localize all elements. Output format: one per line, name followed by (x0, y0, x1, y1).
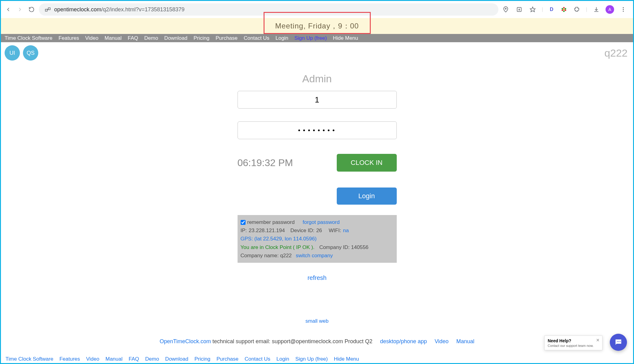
svg-point-18 (623, 11, 624, 12)
footer-desktop-app-link[interactable]: desktop/phone app (380, 338, 427, 344)
nav-time-clock-software[interactable]: Time Clock Software (5, 35, 52, 41)
profile-avatar[interactable]: A (606, 5, 614, 14)
ip-value: 23.228.121.194 (249, 226, 285, 235)
login-info-box: remember password forgot password IP: 23… (238, 215, 397, 263)
top-row: UI QS q222 (1, 42, 633, 61)
browser-chrome-bar: opentimeclock.com/q2/index.html?v=173581… (1, 1, 633, 18)
bottom-nav-time-clock-software[interactable]: Time Clock Software (6, 356, 53, 362)
svg-point-10 (565, 9, 566, 11)
back-button[interactable] (4, 5, 13, 14)
help-popup: ✕ Need Help? Contact our support team no… (544, 336, 602, 350)
footer-opentimeclock-link[interactable]: OpenTimeClock.com (160, 338, 211, 344)
company-id-label: Company ID: (319, 244, 350, 250)
bottom-nav-demo[interactable]: Demo (145, 356, 159, 362)
extension-d-icon[interactable]: D (548, 6, 555, 13)
current-time-text: 06:19:32 PM (238, 157, 293, 169)
svg-point-17 (623, 9, 624, 10)
footer-manual-link[interactable]: Manual (456, 338, 474, 344)
nav-contact-us[interactable]: Contact Us (244, 35, 269, 41)
svg-point-7 (563, 9, 565, 10)
site-info-icon[interactable] (44, 7, 51, 12)
nav-faq[interactable]: FAQ (128, 35, 138, 41)
svg-point-9 (565, 8, 566, 9)
switch-company-link[interactable]: switch company (296, 253, 333, 258)
nav-video[interactable]: Video (85, 35, 98, 41)
nav-sign-up[interactable]: Sign Up (free) (294, 35, 327, 41)
bottom-nav-login[interactable]: Login (276, 356, 289, 362)
reload-button[interactable] (27, 5, 36, 14)
svg-point-16 (623, 7, 624, 8)
ip-label: IP: (241, 226, 247, 235)
install-icon[interactable] (515, 5, 523, 14)
location-icon[interactable] (501, 5, 510, 14)
bottom-nav-contact-us[interactable]: Contact Us (245, 356, 270, 362)
svg-point-21 (620, 341, 621, 342)
nav-hide-menu[interactable]: Hide Menu (333, 35, 358, 41)
nav-download[interactable]: Download (164, 35, 188, 41)
remember-password-label: remember password (247, 218, 295, 226)
bottom-nav-features[interactable]: Features (59, 356, 80, 362)
kebab-menu-icon[interactable] (619, 5, 628, 14)
bottom-nav-video[interactable]: Video (86, 356, 99, 362)
svg-point-12 (561, 9, 563, 11)
address-bar[interactable]: opentimeclock.com/q2/index.html?v=173581… (39, 3, 498, 16)
nav-pricing[interactable]: Pricing (193, 35, 209, 41)
footer-support-line: OpenTimeClock.com technical support emai… (1, 338, 633, 345)
extensions-puzzle-icon[interactable] (572, 5, 581, 14)
clock-in-button[interactable]: CLOCK IN (337, 154, 397, 172)
nav-login[interactable]: Login (276, 35, 288, 41)
nav-purchase[interactable]: Purchase (216, 35, 238, 41)
url-text: opentimeclock.com/q2/index.html?v=173581… (54, 6, 185, 13)
extension-flower-icon[interactable] (560, 6, 568, 13)
bottom-nav-sign-up[interactable]: Sign Up (free) (295, 356, 328, 362)
chat-bubble-button[interactable] (610, 334, 627, 351)
bottom-nav-download[interactable]: Download (165, 356, 189, 362)
bottom-nav-faq[interactable]: FAQ (129, 356, 139, 362)
svg-point-19 (617, 341, 618, 342)
bottom-nav-pricing[interactable]: Pricing (194, 356, 210, 362)
password-input[interactable] (238, 121, 397, 139)
chip-ui[interactable]: UI (5, 45, 20, 61)
nav-features[interactable]: Features (58, 35, 79, 41)
remember-password-checkbox[interactable] (241, 220, 246, 225)
svg-point-3 (505, 8, 506, 9)
device-id-label: Device ID: (290, 226, 314, 235)
download-icon[interactable] (592, 5, 601, 14)
bottom-nav-purchase[interactable]: Purchase (216, 356, 238, 362)
footer-support-text: technical support email: support@opentim… (211, 338, 373, 344)
svg-point-11 (563, 10, 565, 12)
announcement-banner: Meeting, Friday，9：00 (1, 18, 633, 34)
login-title: Admin (302, 73, 332, 85)
bottom-nav-hide-menu[interactable]: Hide Menu (334, 356, 359, 362)
login-button[interactable]: Login (337, 188, 397, 205)
banner-text: Meeting, Friday，9：00 (275, 21, 359, 31)
svg-marker-6 (530, 7, 535, 12)
svg-point-8 (563, 7, 565, 9)
wifi-value[interactable]: na (343, 226, 349, 235)
gps-link[interactable]: GPS: (lat 22.5429, lon 114.0596) (241, 236, 317, 242)
svg-point-13 (561, 8, 563, 9)
svg-point-20 (618, 341, 619, 342)
footer-video-link[interactable]: Video (435, 338, 449, 344)
bottom-nav-manual[interactable]: Manual (105, 356, 122, 362)
svg-rect-0 (45, 9, 47, 11)
forgot-password-link[interactable]: forgot password (302, 218, 340, 226)
chip-qs[interactable]: QS (23, 45, 38, 61)
company-name-label: Company name: (241, 253, 279, 258)
help-popup-subtitle: Contact our support team now. (548, 344, 599, 347)
forward-button[interactable] (16, 5, 24, 14)
company-id-value: 140556 (351, 244, 369, 250)
refresh-link[interactable]: refresh (307, 274, 326, 281)
bottom-nav: Time Clock Software Features Video Manua… (2, 355, 632, 363)
company-brand-text: q222 (604, 45, 628, 59)
bookmark-star-icon[interactable] (528, 5, 537, 14)
help-popup-title: Need Help? (548, 338, 599, 343)
username-input[interactable] (238, 91, 397, 109)
nav-manual[interactable]: Manual (104, 35, 122, 41)
small-web-link[interactable]: small web (1, 318, 633, 324)
login-panel: Admin 06:19:32 PM CLOCK IN Login remembe… (238, 73, 397, 281)
help-popup-close-icon[interactable]: ✕ (596, 338, 600, 343)
top-nav: Time Clock Software Features Video Manua… (1, 34, 633, 42)
nav-demo[interactable]: Demo (144, 35, 158, 41)
company-name-value: q222 (280, 253, 292, 258)
